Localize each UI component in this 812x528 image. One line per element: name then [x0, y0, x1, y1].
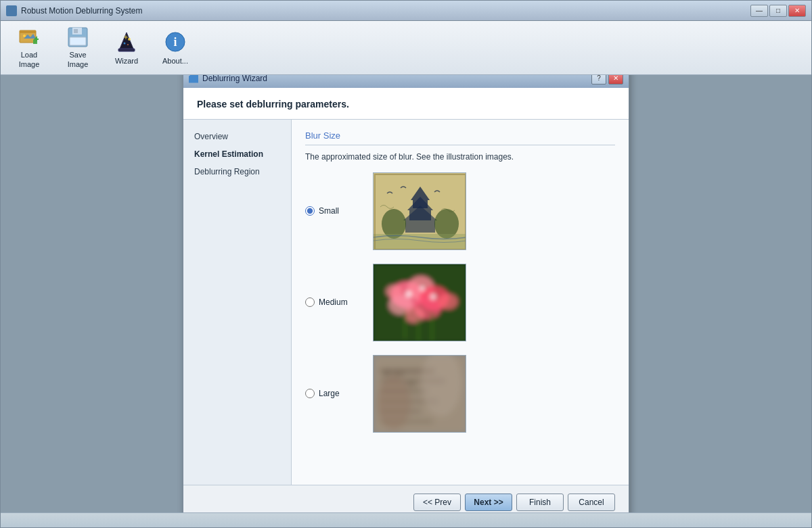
dialog-header: Please set deblurring parameters.	[183, 88, 629, 120]
cancel-button[interactable]: Cancel	[568, 494, 615, 511]
app-icon	[6, 5, 17, 16]
finish-button[interactable]: Finish	[516, 494, 564, 511]
about-label: About...	[162, 57, 188, 66]
wizard-button[interactable]: Wizard	[104, 26, 150, 70]
load-image-label: Load Image	[9, 51, 49, 68]
svg-rect-54	[407, 383, 415, 385]
blur-label-small-text: Small	[319, 206, 339, 216]
next-button[interactable]: Next >>	[465, 494, 512, 511]
about-icon: i	[163, 30, 187, 54]
dialog-nav: Overview Kernel Estimation Deblurring Re…	[183, 120, 292, 485]
blur-radio-large[interactable]	[305, 389, 315, 398]
dialog-header-title: Please set deblurring parameters.	[197, 99, 615, 110]
title-bar: Robust Motion Deblurring System — □ ✕	[1, 1, 811, 21]
save-image-label: Save Image	[58, 51, 97, 68]
svg-point-36	[430, 293, 436, 300]
dialog-help-button[interactable]: ?	[591, 75, 606, 85]
blur-label-medium[interactable]: Medium	[305, 297, 359, 307]
dialog-content: Blur Size The approximated size of blur.…	[292, 120, 629, 485]
blur-image-small	[373, 172, 466, 250]
nav-item-region[interactable]: Deblurring Region	[183, 163, 291, 181]
svg-point-41	[438, 293, 458, 310]
svg-point-33	[404, 307, 424, 323]
nav-item-overview[interactable]: Overview	[183, 128, 291, 145]
window-controls: — □ ✕	[750, 5, 806, 17]
svg-rect-6	[70, 37, 86, 45]
dialog-icon	[189, 75, 198, 83]
main-window: Robust Motion Deblurring System — □ ✕	[0, 0, 812, 528]
blur-image-medium	[373, 264, 466, 341]
blur-options: Small	[305, 172, 615, 433]
save-image-button[interactable]: Save Image	[55, 26, 101, 70]
blur-radio-small[interactable]	[305, 206, 315, 216]
toolbar: Load Image Save Image	[1, 21, 811, 75]
blur-label-large[interactable]: Large	[305, 389, 359, 398]
minimize-button[interactable]: —	[750, 5, 768, 17]
svg-point-40	[386, 285, 402, 298]
svg-point-9	[128, 38, 131, 41]
svg-point-10	[124, 42, 126, 44]
svg-rect-53	[394, 373, 404, 375]
svg-text:i: i	[173, 35, 177, 49]
blur-image-large	[373, 355, 466, 433]
about-button[interactable]: i About...	[152, 26, 198, 70]
svg-rect-38	[418, 318, 420, 341]
svg-rect-39	[431, 313, 433, 341]
svg-rect-8	[118, 49, 135, 51]
svg-rect-21	[405, 220, 435, 233]
svg-marker-7	[120, 32, 133, 49]
load-image-icon	[17, 26, 41, 48]
blur-radio-medium[interactable]	[305, 297, 315, 307]
prev-button[interactable]: << Prev	[413, 494, 461, 511]
svg-point-2	[23, 34, 26, 37]
save-image-icon	[66, 26, 90, 48]
blur-label-medium-text: Medium	[319, 297, 348, 307]
deblurring-wizard-dialog: Deblurring Wizard ? ✕ Please set deblurr…	[183, 75, 629, 512]
svg-rect-37	[404, 312, 406, 339]
blur-label-large-text: Large	[319, 389, 340, 398]
dialog-title-bar: Deblurring Wizard ? ✕	[183, 75, 629, 88]
svg-point-11	[127, 44, 129, 45]
blur-option-large: Large	[305, 355, 615, 433]
svg-point-51	[377, 376, 411, 430]
svg-point-34	[405, 291, 412, 297]
dialog-overlay: Deblurring Wizard ? ✕ Please set deblurr…	[1, 75, 811, 512]
blur-label-small[interactable]: Small	[305, 206, 359, 216]
section-description: The approximated size of blur. See the i…	[305, 152, 615, 162]
close-button[interactable]: ✕	[788, 5, 806, 17]
load-image-button[interactable]: Load Image	[6, 26, 52, 70]
svg-rect-1	[20, 30, 36, 33]
dialog-body: Overview Kernel Estimation Deblurring Re…	[183, 120, 629, 485]
app-title: Robust Motion Deblurring System	[21, 6, 142, 16]
dialog-close-button[interactable]: ✕	[608, 75, 623, 85]
svg-rect-52	[384, 373, 390, 375]
svg-point-35	[420, 286, 425, 291]
maximize-button[interactable]: □	[769, 5, 787, 17]
nav-item-kernel[interactable]: Kernel Estimation	[183, 145, 291, 163]
blur-option-medium: Medium	[305, 264, 615, 341]
dialog-title: Deblurring Wizard	[202, 75, 267, 83]
svg-rect-5	[74, 29, 78, 33]
blur-option-small: Small	[305, 172, 615, 250]
wizard-icon	[114, 30, 139, 54]
wizard-label: Wizard	[115, 57, 138, 66]
section-title: Blur Size	[305, 130, 615, 145]
content-area: Deblurring Wizard ? ✕ Please set deblurr…	[1, 75, 811, 512]
dialog-footer: << Prev Next >> Finish Cancel	[183, 485, 629, 513]
status-bar	[1, 512, 811, 527]
